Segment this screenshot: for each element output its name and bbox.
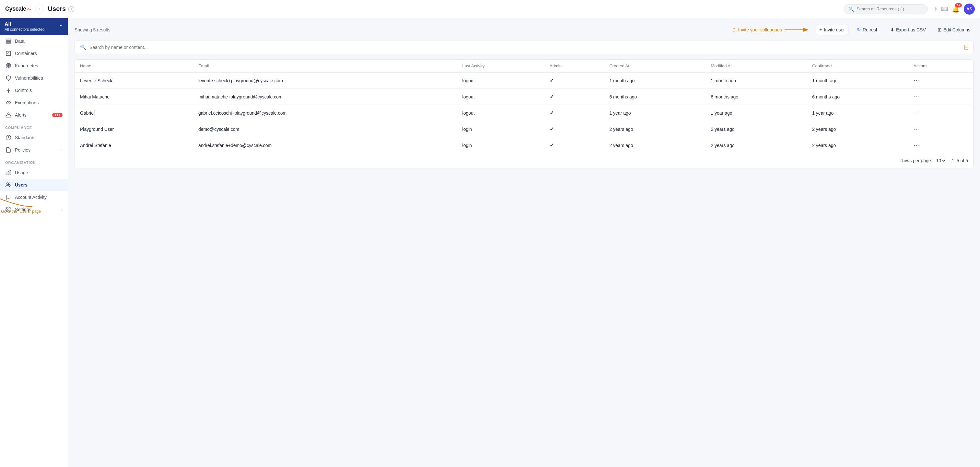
row-actions-button[interactable]: ··· (913, 77, 920, 84)
refresh-icon: ↻ (857, 27, 861, 33)
sidebar-item-alerts[interactable]: Alerts 117 (0, 109, 68, 121)
sidebar-item-label: Settings (15, 207, 58, 212)
cell-actions: ··· (908, 105, 973, 121)
sidebar-item-usage[interactable]: Usage (0, 167, 68, 179)
col-actions: Actions (908, 60, 973, 73)
cell-actions: ··· (908, 137, 973, 154)
sidebar-item-label: Data (15, 38, 62, 44)
cell-name: Levente Scheck (75, 73, 193, 89)
page-title-section: Users i (48, 5, 840, 13)
global-search-bar[interactable]: 🔍 (843, 4, 928, 14)
standards-icon (5, 134, 12, 141)
cell-created-at: 2 years ago (604, 121, 705, 137)
sidebar-item-account-activity[interactable]: Account Activity 1. Go to the "Users" pa… (0, 191, 68, 203)
svg-point-14 (7, 183, 9, 184)
main-layout: All All connectors selected ⌃ Data Conta… (0, 18, 980, 467)
svg-rect-13 (6, 173, 7, 175)
containers-icon (5, 50, 12, 57)
plus-icon: + (819, 27, 822, 33)
cell-actions: ··· (908, 121, 973, 137)
top-bar: Cyscale✓▾ ‹ Users i 🔍 ☽ 📖 🔔 47 AS (0, 0, 980, 18)
row-actions-button[interactable]: ··· (913, 110, 920, 116)
theme-toggle-icon[interactable]: ☽ (932, 5, 937, 13)
rows-per-page-select[interactable]: 10 25 50 (935, 158, 946, 164)
sidebar-item-label: Controls (15, 88, 62, 93)
cell-confirmed: 2 years ago (807, 121, 908, 137)
sidebar-item-controls[interactable]: Controls (0, 84, 68, 97)
global-search-input[interactable] (856, 6, 923, 11)
svg-point-4 (8, 53, 10, 54)
sidebar-item-exemptions[interactable]: Exemptions (0, 97, 68, 109)
col-admin: Admin (544, 60, 604, 73)
cell-name: Andrei Stefanie (75, 137, 193, 154)
data-icon (5, 38, 12, 44)
sidebar-item-users[interactable]: Users (0, 179, 68, 191)
cell-last-activity: login (457, 137, 545, 154)
cell-last-activity: logout (457, 73, 545, 89)
results-count: Showing 5 results (75, 27, 110, 32)
sidebar-collapse-button[interactable]: ‹ (35, 5, 44, 14)
svg-rect-1 (6, 41, 11, 42)
refresh-button[interactable]: ↻ Refresh (854, 25, 882, 35)
sidebar-item-vulnerabilities[interactable]: Vulnerabilities (0, 72, 68, 84)
policies-add-icon[interactable]: + (60, 147, 62, 153)
col-confirmed: Confirmed (807, 60, 908, 73)
cell-created-at: 2 years ago (604, 137, 705, 154)
logo: Cyscale✓▾ (5, 5, 31, 12)
cell-modified-at: 1 month ago (705, 73, 807, 89)
cell-created-at: 1 month ago (604, 73, 705, 89)
sidebar-item-settings[interactable]: Settings › (0, 203, 68, 216)
activity-icon (5, 194, 12, 200)
row-actions-button[interactable]: ··· (913, 93, 920, 100)
user-avatar[interactable]: AS (964, 3, 975, 14)
sidebar-item-label: Policies (15, 147, 56, 152)
compliance-section-label: COMPLIANCE (0, 121, 68, 132)
table-search-bar: 🔍 ⌸ (75, 40, 974, 54)
connector-selector[interactable]: All All connectors selected ⌃ (0, 18, 68, 35)
sidebar-item-label: Alerts (15, 113, 49, 118)
cell-confirmed: 6 months ago (807, 89, 908, 105)
sidebar-item-label: Containers (15, 51, 62, 56)
sidebar-item-policies[interactable]: Policies + (0, 144, 68, 156)
search-icon: 🔍 (848, 6, 854, 12)
sidebar-item-containers[interactable]: Containers (0, 47, 68, 60)
controls-icon (5, 87, 12, 94)
cell-confirmed: 2 years ago (807, 137, 908, 154)
row-actions-button[interactable]: ··· (913, 142, 920, 149)
table-row: Gabriel gabriel.ceicoschi+playground@cys… (75, 105, 973, 121)
rows-per-page-label: Rows per page: (900, 158, 932, 163)
connector-all-label: All (5, 21, 45, 27)
sidebar-item-data[interactable]: Data (0, 35, 68, 47)
info-icon[interactable]: i (68, 6, 74, 12)
invite-arrow-svg (784, 27, 810, 33)
export-csv-button[interactable]: ⬇ Export as CSV (887, 25, 929, 35)
cell-last-activity: logout (457, 105, 545, 121)
table-search-input[interactable] (89, 45, 961, 50)
notifications-button[interactable]: 🔔 47 (952, 5, 960, 13)
sidebar-item-label: Kubernetes (15, 63, 62, 68)
docs-icon[interactable]: 📖 (941, 5, 948, 13)
invite-user-button[interactable]: + Invite user (816, 25, 848, 35)
connector-sub-label: All connectors selected (5, 27, 45, 32)
sidebar-item-label: Account Activity (15, 195, 62, 200)
filter-icon[interactable]: ⌸ (964, 44, 968, 51)
edit-columns-button[interactable]: ⊞ Edit Columns (934, 25, 974, 35)
col-modified-at: Modified At (705, 60, 807, 73)
cell-email: levente.scheck+playground@cyscale.com (193, 73, 457, 89)
cell-email: demo@cyscale.com (193, 121, 457, 137)
cell-confirmed: 1 month ago (807, 73, 908, 89)
search-icon: 🔍 (80, 44, 86, 50)
invite-banner-container: 2. Invite your colleagues (733, 27, 810, 33)
sidebar-item-standards[interactable]: Standards (0, 132, 68, 144)
sidebar-item-kubernetes[interactable]: Kubernetes (0, 60, 68, 72)
cell-name: Mihai Matache (75, 89, 193, 105)
exemptions-icon (5, 99, 12, 106)
usage-icon (5, 169, 12, 176)
policies-icon (5, 147, 12, 153)
row-actions-button[interactable]: ··· (913, 125, 920, 132)
cell-last-activity: login (457, 121, 545, 137)
col-last-activity: Last Activity (457, 60, 545, 73)
content-area: Showing 5 results 2. Invite your colleag… (68, 18, 980, 467)
cell-modified-at: 6 months ago (705, 89, 807, 105)
settings-icon (5, 206, 12, 213)
